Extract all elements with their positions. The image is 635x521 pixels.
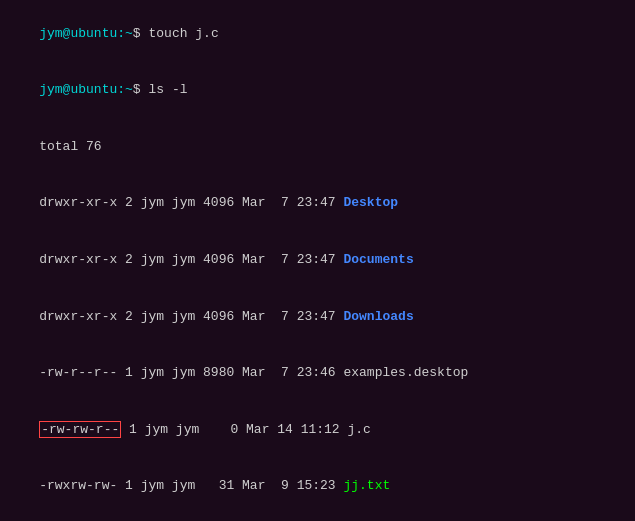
line-cmd2: jym@ubuntu:~$ ls -l: [8, 63, 627, 120]
prompt-user: jym@ubuntu: [39, 82, 117, 97]
prompt-dollar: $: [133, 26, 141, 41]
cmd-text: touch j.c: [141, 26, 219, 41]
cmd-text: ls -l: [141, 82, 188, 97]
terminal-window: jym@ubuntu:~$ touch j.c jym@ubuntu:~$ ls…: [8, 6, 627, 521]
line-jc-before: -rw-rw-r-- 1 jym jym 0 Mar 14 11:12 j.c: [8, 402, 627, 459]
prompt-dir: ~: [125, 26, 133, 41]
prompt-dir: ~: [125, 82, 133, 97]
line-music: drwxr-xr-x 2 jym jym 4096 Mar 7 23:47 Mu…: [8, 515, 627, 521]
prompt-dollar: $: [133, 82, 141, 97]
line-total: total 76: [8, 119, 627, 176]
prompt-user: jym@ubuntu: [39, 26, 117, 41]
prompt-sep: :: [117, 82, 125, 97]
line-downloads: drwxr-xr-x 2 jym jym 4096 Mar 7 23:47 Do…: [8, 289, 627, 346]
total-text: total 76: [39, 139, 101, 154]
line-jjtxt: -rwxrw-rw- 1 jym jym 31 Mar 9 15:23 jj.t…: [8, 458, 627, 515]
line-cmd1: jym@ubuntu:~$ touch j.c: [8, 6, 627, 63]
perms-boxed-before: -rw-rw-r--: [39, 421, 121, 438]
line-documents: drwxr-xr-x 2 jym jym 4096 Mar 7 23:47 Do…: [8, 232, 627, 289]
line-examples: -rw-r--r-- 1 jym jym 8980 Mar 7 23:46 ex…: [8, 345, 627, 402]
prompt-sep: :: [117, 26, 125, 41]
line-desktop: drwxr-xr-x 2 jym jym 4096 Mar 7 23:47 De…: [8, 176, 627, 233]
